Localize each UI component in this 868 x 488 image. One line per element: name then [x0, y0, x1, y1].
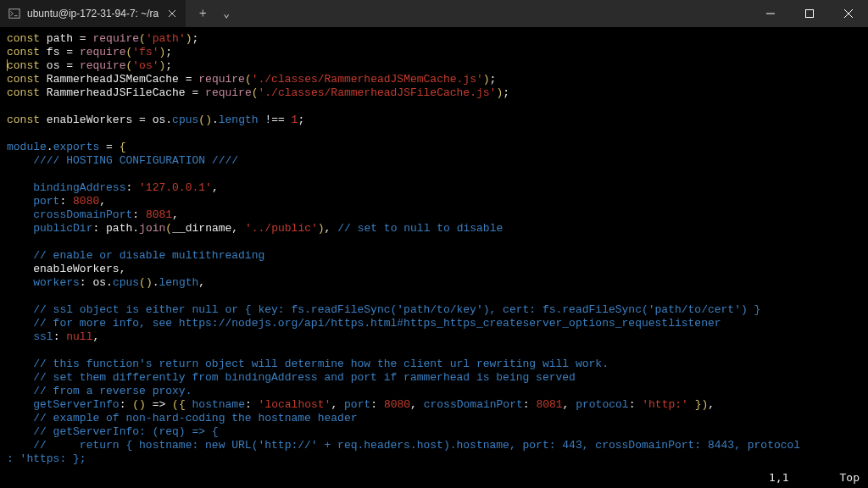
svg-rect-0 — [9, 9, 19, 19]
minimize-icon — [766, 9, 775, 18]
editor-content: const path = require('path'); const fs =… — [7, 32, 868, 466]
plus-icon: + — [199, 6, 207, 21]
chevron-down-icon: ⌄ — [223, 7, 230, 20]
terminal-icon — [8, 8, 20, 19]
vim-status-line: 1,1 Top — [8, 471, 860, 485]
close-icon — [844, 9, 853, 18]
text-cursor — [7, 59, 8, 71]
svg-rect-1 — [806, 10, 814, 18]
window-minimize-button[interactable] — [751, 0, 790, 27]
window-controls — [751, 0, 868, 27]
window-close-button[interactable] — [829, 0, 868, 27]
scroll-indicator: Top — [840, 471, 860, 485]
new-tab-button[interactable]: + — [189, 0, 216, 27]
tab-title: ubuntu@ip-172-31-94-7: ~/ra — [27, 8, 159, 19]
window-titlebar: ubuntu@ip-172-31-94-7: ~/ra + ⌄ — [0, 0, 868, 27]
tab-actions: + ⌄ — [189, 0, 236, 27]
tab-dropdown-button[interactable]: ⌄ — [216, 0, 236, 27]
maximize-icon — [805, 9, 814, 18]
close-icon — [168, 9, 176, 18]
window-maximize-button[interactable] — [790, 0, 829, 27]
cursor-position: 1,1 — [769, 471, 788, 485]
tab-close-button[interactable] — [165, 7, 179, 20]
terminal-viewport[interactable]: const path = require('path'); const fs =… — [0, 27, 868, 488]
terminal-tab[interactable]: ubuntu@ip-172-31-94-7: ~/ra — [0, 0, 186, 27]
